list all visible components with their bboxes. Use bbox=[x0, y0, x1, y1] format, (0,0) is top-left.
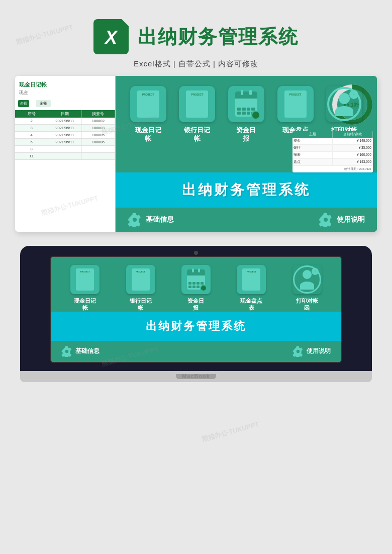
laptop-bank-journal-label: 银行日记帐 bbox=[130, 297, 152, 312]
laptop-person-circle: ↑ bbox=[293, 265, 321, 294]
spreadsheet-preview: 现金日记帐 现金 余额 金额 序号 日期 摘要号 22021/05/111000… bbox=[15, 76, 116, 232]
laptop-nav-cash-check[interactable]: 现金盘点表 bbox=[231, 265, 271, 312]
balance-label: 现金 bbox=[15, 89, 115, 96]
laptop-bottom-left[interactable]: 基础信息 bbox=[61, 346, 100, 357]
laptop-arrow-icon: ↑ bbox=[312, 268, 319, 275]
excel-logo-icon: X bbox=[93, 19, 129, 54]
person-circle-icon: ↑ bbox=[327, 87, 361, 121]
nav-item-cash-journal[interactable]: 现金日记帐 bbox=[126, 86, 171, 143]
laptop-nav-fund-daily[interactable]: 资金日报 bbox=[176, 265, 216, 312]
laptop-gear-left-icon bbox=[61, 346, 72, 357]
laptop-screen: 现金日记帐 银行日记帐 bbox=[50, 256, 342, 363]
nav-item-fund-daily[interactable]: 资金日报 bbox=[224, 86, 269, 143]
laptop-body: 现金日记帐 银行日记帐 bbox=[20, 246, 372, 371]
laptop-calendar-icon bbox=[187, 269, 205, 290]
mini-stats-table: 主题 当前结/存款 资金¥ 148,000 银行¥ 35,000 报表¥ 160… bbox=[292, 131, 373, 172]
table-row: 22021/05/11100002 bbox=[15, 118, 115, 125]
laptop-bottom-right-label: 使用说明 bbox=[307, 347, 331, 355]
laptop-print-account-label: 打印对帐函 bbox=[296, 297, 318, 312]
table-row: 8 bbox=[15, 146, 115, 153]
laptop-doc-icon bbox=[242, 268, 260, 291]
col-date: 日期 bbox=[48, 110, 81, 118]
header-row: X 出纳财务管理系统 bbox=[0, 8, 392, 59]
clock-icon bbox=[251, 111, 260, 120]
laptop-cash-journal-icon bbox=[70, 265, 100, 294]
dashboard-area: 65.10% 主题 当前结/存款 资金¥ 148,000 银行¥ 35,000 … bbox=[116, 76, 377, 232]
cash-journal-label: 现金日记帐 bbox=[135, 126, 161, 143]
watermark-5: 熊猫办公·TUKUPPT bbox=[201, 420, 260, 444]
laptop-title-bar: 出纳财务管理系统 bbox=[51, 312, 341, 341]
calendar-icon bbox=[235, 91, 257, 117]
laptop-doc-icon bbox=[132, 268, 150, 291]
laptop-cash-check-label: 现金盘点表 bbox=[240, 297, 262, 312]
main-title-text: 出纳财务管理系统 bbox=[116, 180, 377, 200]
table-row: 资金¥ 148,000 bbox=[292, 138, 373, 145]
cash-check-icon-box bbox=[277, 86, 314, 122]
laptop-fund-daily-icon bbox=[181, 265, 211, 294]
laptop-bank-journal-icon bbox=[126, 265, 155, 294]
laptop-section: 现金日记帐 银行日记帐 bbox=[0, 241, 392, 387]
table-row: 42021/05/11100005 bbox=[15, 132, 115, 139]
bank-journal-label: 银行日记帐 bbox=[184, 126, 210, 143]
table-row: 银行¥ 35,000 bbox=[292, 145, 373, 152]
spreadsheet-title: 现金日记帐 bbox=[15, 79, 115, 89]
laptop-nav-print-account[interactable]: ↑ 打印对帐函 bbox=[287, 265, 327, 312]
laptop-brand-label: MacBook bbox=[182, 373, 210, 379]
laptop-wrapper: 现金日记帐 银行日记帐 bbox=[20, 246, 372, 382]
header-subtitle: Excel格式 | 自带公式 | 内容可修改 bbox=[0, 59, 392, 76]
laptop-print-account-icon: ↑ bbox=[292, 265, 322, 294]
laptop-cash-journal-label: 现金日记帐 bbox=[74, 297, 96, 312]
laptop-title-text: 出纳财务管理系统 bbox=[51, 319, 341, 334]
main-title-bar: 出纳财务管理系统 bbox=[116, 172, 377, 208]
laptop-icons-row: 现金日记帐 银行日记帐 bbox=[51, 257, 341, 312]
person-head bbox=[339, 93, 350, 104]
excel-x-letter: X bbox=[105, 27, 117, 48]
col-num: 序号 bbox=[15, 110, 48, 118]
document-icon bbox=[137, 90, 159, 118]
laptop-fund-daily-label: 资金日报 bbox=[187, 297, 204, 312]
page-title: 出纳财务管理系统 bbox=[138, 24, 299, 50]
mini-table-header: 主题 当前结/存款 bbox=[292, 131, 373, 138]
table-row: 32021/05/11100003 bbox=[15, 125, 115, 132]
laptop-cash-check-icon bbox=[237, 265, 266, 294]
laptop-nav-cash-journal[interactable]: 现金日记帐 bbox=[65, 265, 105, 312]
bottom-nav-bar: 基础信息 使用说明 bbox=[116, 208, 377, 232]
stats-date: 统计日期：2021/1/3 bbox=[292, 166, 373, 172]
fund-daily-label: 资金日报 bbox=[236, 126, 256, 143]
laptop-nav-bank-journal[interactable]: 银行日记帐 bbox=[121, 265, 161, 312]
bottom-right-item[interactable]: 使用说明 bbox=[319, 213, 365, 227]
bottom-right-label: 使用说明 bbox=[337, 215, 365, 224]
document-icon bbox=[186, 90, 208, 118]
laptop-bottom-bar: 基础信息 使用说明 bbox=[51, 341, 341, 362]
preview-card-top: 现金日记帐 现金 余额 金额 序号 日期 摘要号 22021/05/111000… bbox=[15, 76, 377, 232]
bottom-left-label: 基础信息 bbox=[146, 215, 174, 224]
table-row: 11 bbox=[15, 153, 115, 160]
bottom-left-item[interactable]: 基础信息 bbox=[128, 213, 174, 227]
laptop-clock-icon bbox=[200, 285, 207, 292]
laptop-camera bbox=[194, 251, 198, 255]
page-header: X 出纳财务管理系统 Excel格式 | 自带公式 | 内容可修改 bbox=[0, 0, 392, 76]
print-account-icon-box: ↑ bbox=[326, 86, 362, 122]
bank-journal-icon-box bbox=[179, 86, 215, 122]
top-preview-section: 现金日记帐 现金 余额 金额 序号 日期 摘要号 22021/05/111000… bbox=[0, 76, 392, 232]
laptop-bottom-right[interactable]: 使用说明 bbox=[292, 346, 331, 357]
laptop-bottom-left-label: 基础信息 bbox=[75, 347, 100, 355]
fund-daily-icon-box bbox=[228, 86, 264, 122]
arrow-icon: ↑ bbox=[349, 90, 358, 99]
gear-left-icon bbox=[128, 213, 142, 227]
spreadsheet-header: 序号 日期 摘要号 bbox=[15, 110, 115, 118]
table-row: 报表¥ 160,000 bbox=[292, 152, 373, 159]
nav-item-bank-journal[interactable]: 银行日记帐 bbox=[174, 86, 220, 143]
table-row: 52021/05/11100006 bbox=[15, 139, 115, 146]
cash-journal-icon-box bbox=[130, 86, 166, 122]
gear-right-icon bbox=[319, 213, 333, 227]
laptop-gear-right-icon bbox=[292, 346, 304, 357]
col-ref: 摘要号 bbox=[82, 110, 115, 118]
table-row: 盘点¥ 143,000 bbox=[292, 159, 373, 166]
document-icon bbox=[284, 90, 307, 118]
laptop-doc-icon bbox=[76, 268, 94, 291]
person-body bbox=[335, 106, 353, 116]
